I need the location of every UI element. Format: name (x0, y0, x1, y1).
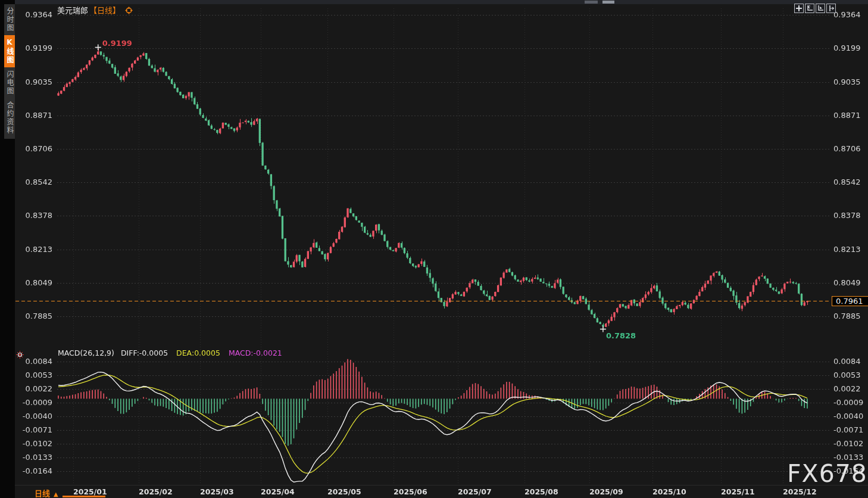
x-axis-month-label: 2025/02 (139, 487, 173, 496)
chevron-up-icon: ▲ (54, 491, 58, 497)
price-axis-label-left: 0.8213 (11, 245, 52, 254)
high-price-label: 0.9199 (102, 39, 132, 48)
price-axis-label-right: 0.9035 (833, 77, 861, 87)
macd-axis-label-right: -0.0009 (833, 398, 863, 407)
macd-axis-label-right: -0.0071 (833, 425, 863, 435)
price-axis-label-right: 0.8049 (833, 278, 861, 288)
macd-diff-value: DIFF:-0.0005 (121, 348, 168, 357)
price-axis-label-right: 0.8871 (833, 111, 861, 120)
x-axis-month-label: 2025/07 (458, 487, 492, 496)
price-axis-label-left: 0.8542 (11, 178, 52, 187)
x-axis-month-label: 2025/10 (652, 487, 686, 496)
price-axis-label-right: 0.8706 (833, 144, 861, 154)
chart-toolbar (794, 4, 836, 13)
indicator-alert-icon[interactable] (16, 350, 24, 361)
low-price-label: 0.7828 (606, 331, 636, 340)
x-axis-month-label: 2025/11 (721, 487, 755, 496)
x-axis-month-label: 2025/08 (524, 487, 558, 496)
price-axis-label-right: 0.9364 (833, 10, 861, 20)
price-axis-label-left: 0.8378 (11, 211, 52, 220)
macd-macd-value: MACD:-0.0021 (229, 348, 282, 357)
x-axis-month-label: 2025/06 (394, 487, 427, 496)
price-axis-label-right: 0.8213 (833, 245, 861, 254)
macd-axis-label-left: -0.0164 (11, 466, 52, 476)
price-axis-label-left: 0.9364 (11, 10, 52, 20)
x-axis-month-label: 2025/09 (589, 487, 623, 496)
macd-axis-label-right: 0.0053 (833, 371, 861, 380)
chart-settings-icon[interactable] (125, 7, 133, 14)
price-axis-label-left: 0.9199 (11, 43, 52, 53)
crosshair-move-icon[interactable] (794, 4, 804, 13)
price-axis-label-left: 0.8706 (11, 144, 52, 154)
chart-title: 美元瑞郎【日线】 (57, 4, 133, 15)
pan-right-icon[interactable] (826, 4, 836, 13)
price-axis-label-left: 0.9035 (11, 77, 52, 87)
period-tag: 【日线】 (89, 6, 120, 15)
period-selector[interactable]: 日线▲ (35, 487, 58, 498)
macd-axis-label-left: -0.0102 (11, 439, 52, 449)
axis-scale-left-icon[interactable] (805, 4, 814, 13)
macd-axis-label-left: -0.0071 (11, 425, 52, 435)
price-axis-label-left: 0.7885 (11, 312, 52, 321)
macd-axis-label-left: -0.0009 (11, 398, 52, 407)
price-axis-label-right: 0.8378 (833, 211, 861, 220)
x-axis-month-label: 2025/03 (200, 487, 234, 496)
x-axis-month-label: 2025/04 (261, 487, 295, 496)
macd-axis-label-right: -0.0040 (833, 412, 863, 421)
candlestick-chart[interactable] (0, 0, 868, 498)
x-axis-month-label: 2025/01 (73, 487, 107, 496)
price-axis-label-left: 0.8049 (11, 278, 52, 288)
macd-params: MACD(26,12,9) (58, 348, 114, 357)
macd-dea-value: DEA:0.0005 (176, 348, 220, 357)
x-axis-month-label: 2025/05 (327, 487, 361, 496)
macd-axis-label-left: 0.0022 (11, 384, 52, 394)
price-axis-label-right: 0.8542 (833, 178, 861, 187)
macd-axis-label-right: 0.0084 (833, 357, 861, 366)
price-axis-label-left: 0.8871 (11, 111, 52, 120)
price-axis-label-right: 0.9199 (833, 43, 861, 53)
x-axis-month-label: 2025/12 (783, 487, 817, 496)
macd-axis-label-left: -0.0133 (11, 453, 52, 462)
period-selector-label: 日线 (35, 489, 50, 498)
macd-axis-label-right: 0.0022 (833, 384, 861, 394)
symbol-name: 美元瑞郎 (57, 6, 88, 15)
macd-axis-label-right: -0.0102 (833, 439, 863, 449)
macd-axis-label-left: 0.0053 (11, 371, 52, 380)
macd-header: MACD(26,12,9) DIFF:-0.0005 DEA:0.0005 MA… (58, 348, 282, 357)
axis-play-icon[interactable] (816, 4, 825, 13)
fx678-watermark: FX678 (787, 459, 867, 488)
price-axis-label-right: 0.7885 (833, 312, 861, 321)
macd-axis-label-left: -0.0040 (11, 412, 52, 421)
last-price-badge: 0.7961 (832, 296, 868, 306)
